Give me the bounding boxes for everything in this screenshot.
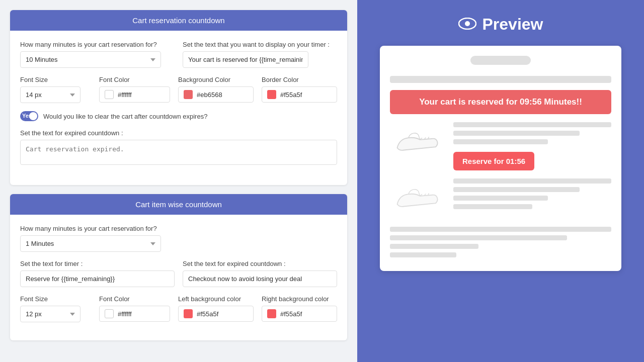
item-line — [453, 122, 611, 127]
shoe-image-1 — [390, 122, 445, 162]
bg-color-label: Background Color — [178, 76, 254, 83]
toggle-label: Would you like to clear the cart after c… — [43, 113, 207, 120]
item-timer-text-label: Set the text for timer : — [20, 260, 175, 267]
item-right-bg-value: #f55a5f — [280, 310, 302, 318]
right-panel: Preview Your cart is reserved for 09:56 … — [357, 0, 644, 362]
cart-item-wise-title: Cart item wise countdown — [135, 200, 222, 209]
font-size-select[interactable]: 14 px — [20, 86, 80, 103]
bg-color-input[interactable]: #eb6568 — [178, 86, 254, 103]
bottom-line — [390, 235, 567, 240]
toggle-thumb — [29, 112, 37, 120]
item-text-row: Set the text for timer : Set the text fo… — [20, 260, 337, 287]
bottom-line — [390, 227, 611, 232]
font-color-value: #ffffff — [118, 91, 132, 99]
item-line — [453, 187, 580, 192]
border-color-value: #f55a5f — [280, 91, 302, 99]
item-timer-text-input[interactable] — [20, 270, 175, 287]
item-font-size-select[interactable]: 12 px — [20, 306, 80, 322]
reserve-button[interactable]: Reserve for 01:56 — [453, 152, 534, 170]
item-2-details — [453, 178, 611, 213]
item-font-color-value: #ffffff — [118, 310, 132, 318]
preview-item-2 — [390, 178, 611, 219]
item-expired-text-input[interactable] — [183, 270, 337, 287]
item-left-bg-input[interactable]: #f55a5f — [178, 306, 254, 322]
item-line — [453, 131, 580, 136]
svg-point-1 — [465, 21, 470, 26]
item-timer-text-col: Set the text for timer : — [20, 260, 175, 287]
timer-text-label: Set the text that you want to display on… — [183, 41, 337, 48]
item-right-bg-label: Right background color — [262, 295, 337, 303]
left-panel: Cart reservation countdown How many minu… — [0, 0, 357, 362]
font-color-label: Font Color — [99, 76, 170, 83]
item-font-color-col: Font Color #ffffff — [99, 295, 170, 322]
font-color-col: Font Color #ffffff — [99, 76, 170, 103]
minutes-timer-row: How many minutes is your cart reservatio… — [20, 41, 337, 68]
clear-cart-toggle[interactable]: Yes — [20, 111, 38, 121]
item-right-bg-input[interactable]: #f55a5f — [262, 306, 337, 322]
item-line — [453, 139, 548, 144]
bottom-line — [390, 252, 456, 257]
bg-color-value: #eb6568 — [197, 91, 222, 99]
font-color-input[interactable]: #ffffff — [99, 86, 170, 103]
minutes-label: How many minutes is your cart reservatio… — [20, 41, 175, 48]
item-font-color-input[interactable]: #ffffff — [99, 306, 170, 322]
clear-cart-toggle-row: Yes Would you like to clear the cart aft… — [20, 111, 337, 121]
font-color-swatch — [105, 90, 114, 99]
item-left-bg-swatch — [184, 309, 193, 318]
item-style-row: Font Size 12 px Font Color #ffffff — [20, 295, 337, 322]
expired-text-group: Set the text for expired countdown : — [20, 129, 337, 167]
bg-color-swatch — [184, 90, 193, 99]
cart-reservation-card: Cart reservation countdown How many minu… — [10, 10, 347, 185]
timer-text-col: Set the text that you want to display on… — [183, 41, 337, 68]
expired-textarea[interactable] — [20, 140, 337, 165]
item-font-size-col: Font Size 12 px — [20, 295, 91, 322]
item-line — [453, 178, 611, 184]
cart-item-wise-card: Cart item wise countdown How many minute… — [10, 194, 347, 340]
cart-reservation-body: How many minutes is your cart reservatio… — [10, 31, 347, 185]
item-font-color-label: Font Color — [99, 295, 170, 303]
item-expired-text-label: Set the text for expired countdown : — [183, 260, 337, 267]
item-right-bg-swatch — [267, 309, 276, 318]
item-right-bg-col: Right background color #f55a5f — [262, 295, 337, 322]
item-1-details: Reserve for 01:56 — [453, 122, 611, 170]
item-line — [453, 196, 548, 201]
countdown-banner: Your cart is reserved for 09:56 Minutes!… — [390, 90, 611, 114]
preview-header: Preview — [458, 15, 543, 34]
style-row: Font Size 14 px Font Color #ffffff — [20, 76, 337, 103]
border-color-label: Border Color — [262, 76, 337, 83]
item-expired-text-col: Set the text for expired countdown : — [183, 260, 337, 287]
item-minutes-label: How many minutes is your cart reservatio… — [20, 225, 337, 232]
minutes-col: How many minutes is your cart reservatio… — [20, 41, 175, 68]
toggle-track[interactable]: Yes — [20, 111, 38, 121]
border-color-input[interactable]: #f55a5f — [262, 86, 337, 103]
item-minutes-group: How many minutes is your cart reservatio… — [20, 225, 337, 252]
item-font-color-swatch — [105, 309, 114, 318]
item-minutes-select[interactable]: 1 Minutes — [20, 235, 161, 252]
cart-reservation-title: Cart reservation countdown — [132, 16, 224, 25]
border-color-col: Border Color #f55a5f — [262, 76, 337, 103]
preview-card: Your cart is reserved for 09:56 Minutes!… — [380, 46, 621, 271]
cart-item-wise-body: How many minutes is your cart reservatio… — [10, 215, 347, 340]
item-left-bg-value: #f55a5f — [197, 310, 218, 318]
font-size-col: Font Size 14 px — [20, 76, 91, 103]
border-color-swatch — [267, 90, 276, 99]
item-left-bg-col: Left background color #f55a5f — [178, 295, 254, 322]
cart-reservation-header: Cart reservation countdown — [10, 10, 347, 31]
cart-item-wise-header: Cart item wise countdown — [10, 194, 347, 215]
item-font-size-label: Font Size — [20, 295, 91, 303]
item-left-bg-label: Left background color — [178, 295, 254, 303]
expired-label: Set the text for expired countdown : — [20, 129, 337, 137]
timer-text-input[interactable] — [183, 51, 308, 68]
eye-icon — [458, 15, 476, 34]
bottom-line — [390, 244, 478, 249]
preview-title-text: Preview — [482, 15, 543, 34]
item-line — [453, 204, 532, 209]
preview-item-1: Reserve for 01:56 — [390, 122, 611, 170]
bottom-lines — [390, 227, 611, 257]
font-size-label: Font Size — [20, 76, 91, 83]
minutes-select[interactable]: 10 Minutes — [20, 51, 161, 68]
shoe-image-2 — [390, 178, 445, 219]
bg-color-col: Background Color #eb6568 — [178, 76, 254, 103]
